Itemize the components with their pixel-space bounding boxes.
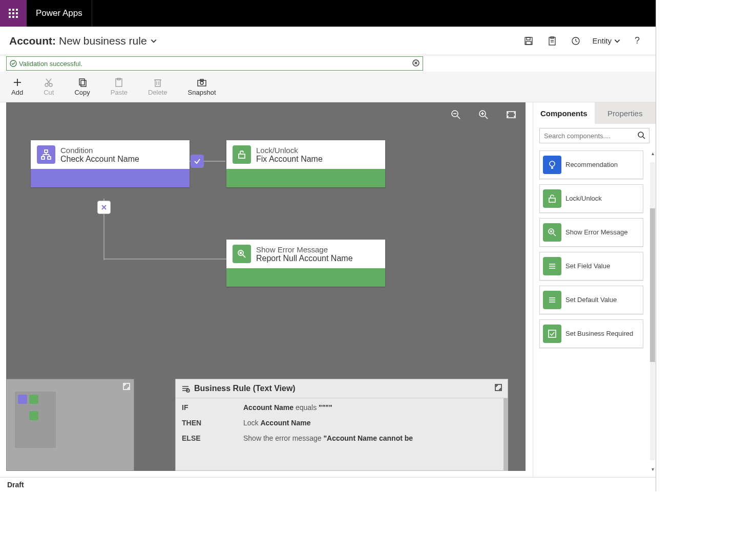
lock-icon <box>543 189 561 208</box>
textview-expand-icon[interactable] <box>494 383 502 394</box>
lock-icon <box>233 145 251 164</box>
error-icon <box>543 223 561 242</box>
cut-button: Cut <box>44 77 54 96</box>
component-show-error[interactable]: Show Error Message <box>539 218 643 247</box>
svg-rect-82 <box>549 330 556 337</box>
error-icon <box>233 245 251 263</box>
component-set-business-required[interactable]: Set Business Required <box>539 319 643 348</box>
svg-rect-10 <box>527 37 530 40</box>
fit-screen-icon[interactable] <box>506 110 516 121</box>
minimap[interactable] <box>6 379 134 471</box>
node-error[interactable]: Show Error Message Report Null Account N… <box>226 240 385 287</box>
svg-rect-27 <box>79 79 85 85</box>
svg-point-66 <box>638 132 643 137</box>
component-recommendation[interactable]: Recommendation <box>539 150 643 179</box>
validate-button[interactable] <box>543 32 561 50</box>
copy-button[interactable]: Copy <box>74 77 90 96</box>
svg-point-68 <box>550 161 555 166</box>
snapshot-button[interactable]: Snapshot <box>188 77 216 96</box>
validation-message: Validation successful. <box>6 56 423 71</box>
lightbulb-icon <box>543 156 561 174</box>
kw-then: THEN <box>182 419 243 427</box>
app-launcher-icon[interactable] <box>0 0 27 27</box>
help-button[interactable]: ? <box>628 32 646 50</box>
svg-rect-50 <box>48 157 51 159</box>
svg-point-36 <box>200 81 203 84</box>
command-toolbar: Add Cut Copy Paste Delete Snapshot <box>0 72 656 102</box>
svg-rect-49 <box>41 157 45 159</box>
tab-components[interactable]: Components <box>533 102 595 124</box>
svg-rect-8 <box>16 16 18 18</box>
edge-false-h <box>103 259 226 260</box>
list-icon <box>181 384 190 393</box>
components-scrollbar[interactable]: ▴ ▾ <box>649 150 656 474</box>
svg-rect-11 <box>526 41 531 45</box>
svg-line-75 <box>553 233 556 236</box>
else-clause: Show the error message "Account Name can… <box>243 434 413 442</box>
node-drop-zone[interactable] <box>31 169 190 187</box>
svg-line-67 <box>643 137 645 139</box>
svg-rect-55 <box>239 154 245 158</box>
svg-rect-2 <box>16 9 18 11</box>
node-lock[interactable]: Lock/Unlock Fix Account Name <box>226 140 385 187</box>
then-clause: Lock Account Name <box>243 419 311 427</box>
node-condition[interactable]: Condition Check Account Name <box>31 140 190 187</box>
page-header: Account: New business rule Entity ? <box>0 27 656 55</box>
tab-properties[interactable]: Properties <box>595 102 656 124</box>
svg-rect-1 <box>12 9 14 11</box>
app-title: Power Apps <box>27 0 92 27</box>
textview-scrollbar[interactable] <box>504 398 508 470</box>
status-bar: Draft <box>0 477 656 491</box>
svg-rect-28 <box>81 80 86 87</box>
component-set-field-value[interactable]: Set Field Value <box>539 252 643 281</box>
node-drop-zone[interactable] <box>226 268 385 287</box>
svg-line-42 <box>485 116 488 119</box>
node-type: Condition <box>60 146 139 155</box>
component-lock-unlock[interactable]: Lock/Unlock <box>539 184 643 213</box>
save-button[interactable] <box>519 32 538 50</box>
clock-icon[interactable] <box>567 32 585 50</box>
node-type: Show Error Message <box>256 245 353 254</box>
scope-label: Entity <box>592 36 612 45</box>
rule-name: New business rule <box>59 35 147 47</box>
node-drop-zone[interactable] <box>226 169 385 187</box>
scroll-down-icon[interactable]: ▾ <box>652 466 654 472</box>
svg-line-39 <box>457 116 460 119</box>
component-set-default-value[interactable]: Set Default Value <box>539 286 643 314</box>
node-label: Check Account Name <box>60 155 139 164</box>
textview-title: Business Rule (Text View) <box>194 384 296 393</box>
svg-rect-45 <box>507 112 515 118</box>
chevron-down-icon <box>150 37 157 45</box>
search-icon[interactable] <box>637 131 645 141</box>
svg-rect-3 <box>9 12 11 14</box>
search-components-input[interactable] <box>539 128 649 143</box>
svg-point-24 <box>49 83 52 87</box>
minimap-expand-icon[interactable] <box>122 382 131 392</box>
node-label: Fix Account Name <box>256 155 323 164</box>
svg-rect-31 <box>155 80 160 87</box>
false-branch-icon <box>97 201 111 214</box>
svg-rect-48 <box>45 150 48 153</box>
list-icon <box>543 257 561 275</box>
condition-icon <box>37 145 55 164</box>
business-rule-text-view: Business Rule (Text View) IF Account Nam… <box>175 379 508 471</box>
scope-dropdown[interactable]: Entity <box>590 36 623 45</box>
svg-point-23 <box>45 83 48 87</box>
close-message-icon[interactable] <box>412 59 420 68</box>
true-branch-icon <box>191 155 204 168</box>
rule-title-dropdown[interactable]: Account: New business rule <box>9 35 157 47</box>
designer-canvas[interactable]: Condition Check Account Name Lock/Unlock… <box>6 102 526 471</box>
scroll-up-icon[interactable]: ▴ <box>652 150 654 156</box>
checkbox-icon <box>543 325 561 343</box>
draft-status: Draft <box>7 481 24 489</box>
delete-button: Delete <box>148 77 167 96</box>
global-header: Power Apps <box>0 0 656 27</box>
node-label: Report Null Account Name <box>256 254 353 263</box>
kw-if: IF <box>182 403 243 412</box>
zoom-out-icon[interactable] <box>451 110 461 121</box>
entity-prefix: Account: <box>9 35 56 47</box>
add-button[interactable]: Add <box>11 77 23 96</box>
zoom-in-icon[interactable] <box>478 110 489 121</box>
kw-else: ELSE <box>182 434 243 442</box>
node-type: Lock/Unlock <box>256 146 323 155</box>
